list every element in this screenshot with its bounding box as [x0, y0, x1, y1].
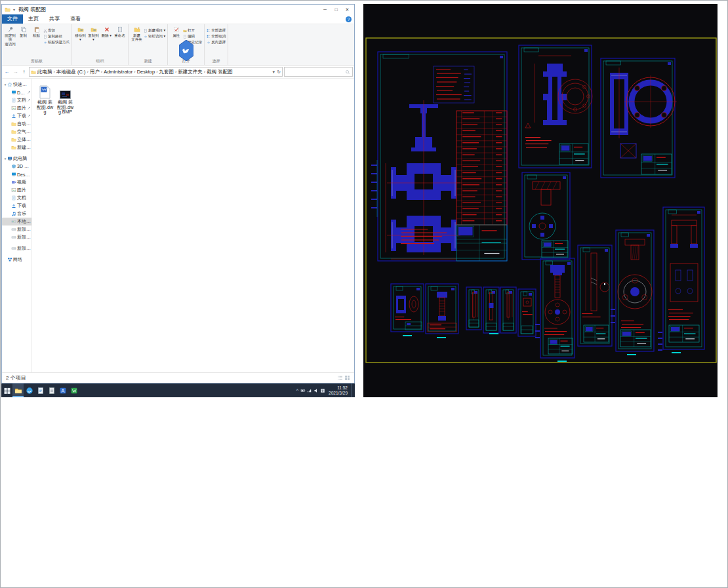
breadcrumb-segment[interactable]: 新建文件夹 — [178, 69, 203, 75]
search-input[interactable] — [284, 67, 353, 77]
start-button[interactable] — [1, 383, 12, 397]
tab-查看[interactable]: 查看 — [65, 14, 86, 24]
pc-icon — [7, 156, 12, 161]
ribbon-button-打开[interactable]: 打开 — [183, 28, 202, 33]
sidebar-item-文档[interactable]: 文档 — [2, 194, 31, 202]
minimize-button[interactable]: ─ — [319, 5, 331, 14]
list-view-icon[interactable] — [337, 375, 343, 381]
file-item-dwg[interactable]: 截阀 装配图.dwg — [36, 83, 54, 115]
ribbon-button-复制到[interactable]: 复制到 ▾ — [87, 26, 100, 42]
ribbon-button-属性[interactable]: 属性 — [170, 26, 182, 37]
help-icon[interactable]: ? — [346, 16, 352, 22]
tray-chevron-icon[interactable]: ^ — [296, 388, 298, 393]
sidebar-item-新加卷 (E:)[interactable]: 新加卷 (E:) — [2, 233, 31, 241]
easy-icon — [144, 35, 148, 39]
breadcrumb[interactable]: 此电脑›本地磁盘 (C:)›用户›Administrator›Desktop›九… — [29, 67, 283, 77]
sidebar-item-快速访问[interactable]: ▼快速访问 — [2, 81, 31, 88]
desktop-icon — [11, 172, 16, 177]
ribbon-button-轻松访问[interactable]: 轻松访问 ▾ — [144, 33, 165, 39]
breadcrumb-segment[interactable]: 用户 — [90, 69, 100, 75]
ribbon-button-粘贴快捷方式[interactable]: 粘贴快捷方式 — [43, 39, 70, 45]
sidebar-item-音乐[interactable]: 音乐 — [2, 210, 31, 218]
sidebar-item-3D 对象[interactable]: 3D 对象 — [2, 163, 31, 170]
forward-button[interactable]: → — [12, 69, 19, 75]
star-icon — [7, 82, 12, 87]
pic-icon — [11, 106, 16, 111]
ribbon-button-全部选择[interactable]: 全部选择 — [207, 28, 226, 33]
back-button[interactable]: ← — [3, 69, 10, 75]
ribbon-button-复制路径[interactable]: 复制路径 — [43, 33, 70, 39]
sidebar-item-新建文件夹[interactable]: 新建文件夹 — [2, 144, 31, 151]
sidebar-item-图片[interactable]: 图片 — [2, 186, 31, 194]
qat-customize-icon[interactable]: ▾ — [12, 7, 16, 12]
show-desktop-button[interactable] — [351, 383, 354, 397]
sidebar-item-Desktop[interactable]: Desktop — [2, 88, 31, 96]
sidebar-item-立体库图纸[interactable]: 立体库图纸 — [2, 136, 31, 144]
dwg-thumbnail — [39, 85, 51, 99]
ribbon-button-重命名[interactable]: 重命名 — [113, 26, 126, 37]
up-button[interactable]: ↑ — [20, 69, 28, 75]
ribbon-button-剪切[interactable]: 剪切 — [43, 28, 70, 33]
ribbon-button-固定到快速访问[interactable]: 固定到快 速访问 — [4, 26, 16, 46]
sidebar-item-新加卷 (D:)[interactable]: 新加卷 (D:) — [2, 225, 31, 233]
writer-icon — [48, 387, 56, 395]
sidebar-item-视频[interactable]: 视频 — [2, 178, 31, 186]
thumbnail-view-icon[interactable] — [344, 375, 350, 381]
system-tray: ^ 11:52 2021/3/29 — [296, 383, 355, 397]
file-item-bmp[interactable]: 截阀 装配图.dwg.BMP — [56, 83, 74, 115]
breadcrumb-segment[interactable]: 本地磁盘 (C:) — [56, 69, 86, 75]
address-bar: ← → ↑ 此电脑›本地磁盘 (C:)›用户›Administrator›Des… — [2, 66, 354, 79]
sidebar-item-下载[interactable]: 下载 — [2, 112, 31, 120]
breadcrumb-segment[interactable]: Desktop — [137, 69, 155, 75]
sidebar-item-新加卷 (F:)[interactable]: 新加卷 (F:) — [2, 245, 31, 252]
sidebar-item-空气能热水器图纸[interactable]: 空气能热水器图纸 — [2, 128, 31, 136]
maximize-button[interactable]: □ — [331, 5, 342, 14]
ribbon-group-剪贴板: 固定到快 速访问复制粘贴剪切复制路径粘贴快捷方式剪贴板 — [2, 24, 72, 65]
ribbon-button-新建文件夹[interactable]: 新建 文件夹 — [131, 26, 143, 42]
title-bar[interactable]: ▾ 截阀 装配图 ─□✕ — [2, 5, 354, 14]
tray-network-icon — [307, 388, 312, 393]
ribbon-button-移动到[interactable]: 移动到 ▾ — [74, 26, 87, 42]
breadcrumb-segment[interactable]: 截阀 装配图 — [207, 69, 233, 75]
folder-icon — [5, 7, 10, 12]
refresh-icon[interactable]: ↻ — [277, 69, 281, 75]
breadcrumb-segment[interactable]: 九套图 — [159, 69, 174, 75]
taskbar-app-cad[interactable] — [57, 383, 68, 397]
net-icon — [7, 257, 12, 262]
tab-文件[interactable]: 文件 — [2, 14, 23, 24]
music-icon — [11, 211, 16, 216]
sidebar-item-本地磁盘 (C:)[interactable]: 本地磁盘 (C:) — [2, 218, 31, 225]
sidebar-item-自动输送机械图纸[interactable]: 自动输送机械图纸 — [2, 120, 31, 128]
sidebar-item-此电脑[interactable]: ▼此电脑 — [2, 155, 31, 163]
file-explorer-window: ▾ 截阀 装配图 ─□✕ 文件主页共享查看? 固定到快 速访问复制粘贴剪切复制路… — [1, 4, 355, 383]
ribbon-button-删除[interactable]: 删除 ▾ — [100, 26, 113, 37]
breadcrumb-segment[interactable]: Administrator — [104, 69, 132, 75]
ribbon-button-粘贴[interactable]: 粘贴 — [30, 26, 43, 37]
tab-共享[interactable]: 共享 — [44, 14, 65, 24]
window-controls: ─□✕ — [319, 5, 353, 14]
ribbon-button-新建项目[interactable]: 新建项目 ▾ — [144, 28, 165, 33]
breadcrumb-dropdown-icon[interactable]: ▾ — [273, 69, 275, 75]
sidebar-item-图片[interactable]: 图片 — [2, 104, 31, 112]
taskbar-app-writer[interactable] — [46, 383, 57, 397]
breadcrumb-segment[interactable]: 此电脑 — [37, 69, 52, 75]
close-button[interactable]: ✕ — [342, 5, 353, 14]
file-name: 截阀 装配图.dwg — [36, 100, 54, 115]
ribbon-button-复制[interactable]: 复制 — [17, 26, 30, 37]
ribbon-button-全部取消[interactable]: 全部取消 — [207, 33, 226, 39]
taskbar-app-explorer[interactable] — [12, 383, 24, 397]
pin-icon — [27, 106, 31, 110]
sidebar-item-网络[interactable]: 网络 — [2, 256, 31, 264]
sidebar-item-文档[interactable]: 文档 — [2, 96, 31, 104]
taskbar-app-notepad[interactable] — [35, 383, 46, 397]
ribbon-button-编辑[interactable]: 编辑 — [183, 33, 202, 39]
ribbon-button-反向选择[interactable]: 反向选择 — [207, 39, 226, 45]
taskbar-clock[interactable]: 11:52 2021/3/29 — [327, 385, 349, 396]
taskbar-app-messenger[interactable] — [24, 383, 35, 397]
open-icon — [183, 29, 187, 33]
sidebar-item-下载[interactable]: 下载 — [2, 202, 31, 210]
move-icon — [77, 26, 84, 33]
taskbar-app-spreadsheet[interactable] — [68, 383, 79, 397]
sidebar-item-Desktop[interactable]: Desktop — [2, 170, 31, 178]
tab-主页[interactable]: 主页 — [23, 14, 44, 24]
